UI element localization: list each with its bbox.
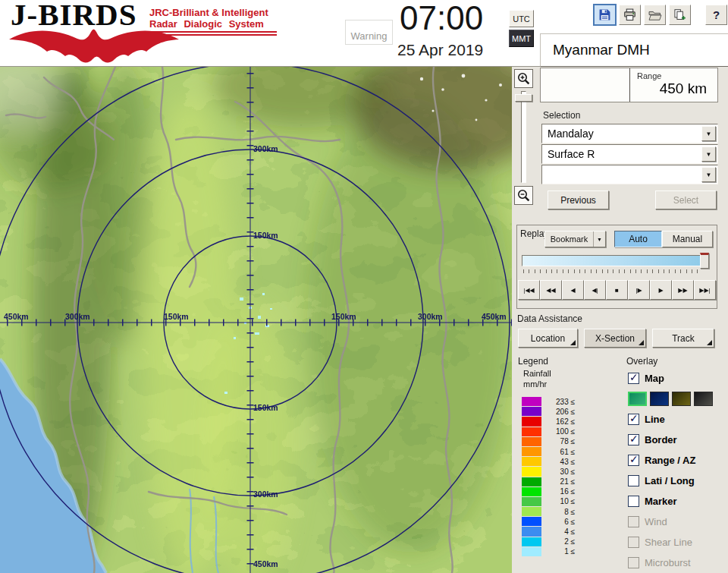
checkbox-lati-long[interactable] xyxy=(628,475,639,486)
submenu-corner-icon xyxy=(570,340,576,345)
date-display: 25 Apr 2019 xyxy=(397,41,483,59)
step-forward-button[interactable]: |▶ xyxy=(628,280,650,300)
legend-label: Legend xyxy=(518,356,548,367)
range-value: 450 km xyxy=(660,80,707,97)
submenu-corner-icon xyxy=(707,340,712,345)
legend-row: 6 ≤ xyxy=(522,517,575,526)
range-label: Range xyxy=(637,71,661,80)
magnifier-minus-icon xyxy=(516,188,531,203)
previous-button[interactable]: Previous xyxy=(548,190,609,209)
map-style-olive-button[interactable] xyxy=(672,392,691,406)
legend-row: 61 ≤ xyxy=(522,447,575,456)
product-dropdown[interactable]: Surface R ▼ xyxy=(541,144,718,164)
svg-text:450km: 450km xyxy=(253,559,278,568)
overlay-item-shear-line: Shear Line xyxy=(628,537,695,548)
legend-row: 30 ≤ xyxy=(522,467,575,476)
range-display: Range 450 km xyxy=(540,68,718,102)
location-button-label: Location xyxy=(531,333,565,344)
overlay-item-border: Border xyxy=(628,434,695,445)
legend-scale: 233 ≤ 206 ≤ 162 ≤ 100 ≤ 78 ≤ 61 ≤ 43 ≤ 3… xyxy=(522,397,575,557)
seek-end-button[interactable]: ▶▶| xyxy=(694,280,716,300)
legend-color-swatch xyxy=(522,507,541,516)
extra-dropdown[interactable]: ▼ xyxy=(541,165,718,184)
checkbox-marker[interactable] xyxy=(628,496,639,507)
checkbox-range-az[interactable] xyxy=(628,455,639,466)
overlay-item-line: Line xyxy=(628,414,695,425)
eagle-logo-icon xyxy=(6,23,184,64)
station-title: Myanmar DMH xyxy=(540,33,728,67)
checkbox-line[interactable] xyxy=(628,414,639,425)
chevron-down-icon[interactable]: ▼ xyxy=(593,231,605,247)
overlay-item-microburst: Microburst xyxy=(628,557,695,568)
playback-controls: |◀◀ ◀◀ ◀ ◀| ■ |▶ ▶ ▶▶ ▶▶| xyxy=(518,280,716,300)
legend-row: 233 ≤ xyxy=(522,397,575,406)
legend-color-swatch xyxy=(522,547,541,556)
header: J-BIRDS JRC-Brilliant & Intelligent Rada… xyxy=(0,0,728,67)
legend-color-swatch xyxy=(522,467,541,476)
legend-row: 4 ≤ xyxy=(522,527,575,536)
legend-color-swatch xyxy=(522,437,541,446)
mmt-button[interactable]: MMT xyxy=(509,30,534,47)
auto-mode-button[interactable]: Auto xyxy=(614,231,662,247)
legend-color-swatch xyxy=(522,487,541,496)
legend-row: 16 ≤ xyxy=(522,487,575,496)
checkbox-microburst xyxy=(628,557,639,568)
svg-text:450km: 450km xyxy=(4,312,29,321)
step-back-button[interactable]: ◀| xyxy=(584,280,606,300)
legend-color-swatch xyxy=(522,477,541,486)
checkbox-border[interactable] xyxy=(628,434,639,445)
select-button: Select xyxy=(655,190,717,209)
seek-start-button[interactable]: |◀◀ xyxy=(518,280,540,300)
help-button[interactable]: ? xyxy=(705,5,727,25)
legend-row: 78 ≤ xyxy=(522,437,575,446)
chevron-down-icon[interactable]: ▼ xyxy=(701,146,716,162)
location-button[interactable]: Location xyxy=(518,329,578,348)
manual-mode-button[interactable]: Manual xyxy=(662,231,713,247)
svg-text:150km: 150km xyxy=(253,403,278,412)
chevron-down-icon[interactable]: ▼ xyxy=(701,126,716,141)
zoom-out-button[interactable] xyxy=(514,186,533,205)
submenu-corner-icon xyxy=(639,340,644,345)
site-dropdown-value: Mandalay xyxy=(548,128,594,140)
site-dropdown[interactable]: Mandalay ▼ xyxy=(541,124,718,143)
xsection-button[interactable]: X-Section xyxy=(584,329,646,348)
zoom-slider[interactable] xyxy=(521,91,526,183)
export-button[interactable] xyxy=(669,5,691,25)
bookmark-button[interactable]: Bookmark ▼ xyxy=(544,231,606,247)
warning-indicator: Warning xyxy=(345,20,393,45)
print-button[interactable] xyxy=(619,5,641,25)
map-style-navy-button[interactable] xyxy=(650,392,669,406)
track-button-label: Track xyxy=(672,333,695,344)
map-style-green-button[interactable] xyxy=(628,392,647,406)
fast-rewind-button[interactable]: ◀◀ xyxy=(540,280,562,300)
fast-forward-button[interactable]: ▶▶ xyxy=(672,280,694,300)
time-slider[interactable] xyxy=(522,255,703,266)
map-style-dark-button[interactable] xyxy=(694,392,713,406)
radar-map[interactable]: 450km 300km 150km 150km 300km 450km 300k… xyxy=(0,67,512,573)
legend-row: 162 ≤ xyxy=(522,417,575,426)
checkbox-wind xyxy=(628,516,639,527)
legend-unit-line1: Rainfall xyxy=(523,369,551,378)
open-file-button[interactable] xyxy=(644,5,666,25)
play-reverse-button[interactable]: ◀ xyxy=(562,280,584,300)
stop-button[interactable]: ■ xyxy=(606,280,628,300)
utc-button[interactable]: UTC xyxy=(509,10,534,27)
track-button[interactable]: Track xyxy=(652,329,714,348)
save-button[interactable] xyxy=(594,5,616,25)
legend-unit-line2: mm/hr xyxy=(523,379,547,389)
printer-icon xyxy=(623,8,636,21)
overlay-item-range-az: Range / AZ xyxy=(628,455,695,466)
time-slider-thumb[interactable] xyxy=(700,253,709,269)
checkbox-shear-line xyxy=(628,537,639,548)
legend-color-swatch xyxy=(522,427,541,436)
data-assistance-label: Data Assistance xyxy=(517,313,582,324)
zoom-slider-thumb[interactable] xyxy=(515,94,532,102)
zoom-in-button[interactable] xyxy=(514,69,533,88)
legend-row: 21 ≤ xyxy=(522,477,575,486)
chevron-down-icon[interactable]: ▼ xyxy=(701,167,716,182)
play-button[interactable]: ▶ xyxy=(650,280,672,300)
legend-color-swatch xyxy=(522,397,541,406)
export-icon xyxy=(673,8,686,21)
svg-text:450km: 450km xyxy=(482,312,507,321)
checkbox-map[interactable] xyxy=(628,373,639,384)
